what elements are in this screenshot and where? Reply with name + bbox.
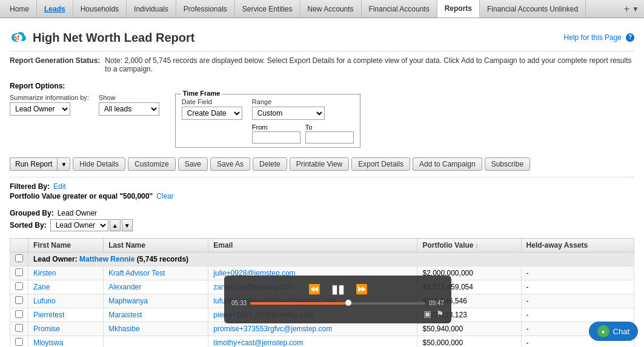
date-field-label: Date Field [182,98,242,105]
toolbar: Run Report ▼ Hide Details Customize Save… [10,151,634,177]
from-input[interactable] [252,131,300,144]
filtered-by-label: Filtered By: [10,182,50,191]
date-field-select[interactable]: Create Date [182,107,242,120]
nav-financial-unlinked[interactable]: Financial Accounts Unlinked [480,0,586,18]
first-name-link[interactable]: Pierretest [33,311,64,319]
email-link[interactable]: timothy+cast@jemstep.com [213,339,303,347]
last-name-link[interactable]: Kraft Advisor Test [108,269,165,277]
report-options-label: Report Options: [10,82,634,90]
portfolio-sort-icon: ↕ [476,243,479,249]
report-status: Report Generation Status: Note: 2,000 of… [10,51,634,78]
run-report-split: Run Report ▼ [10,157,70,171]
show-label: Show [99,94,159,101]
help-link[interactable]: Help for this Page [564,33,622,42]
nav-individuals[interactable]: Individuals [127,0,176,18]
sort-asc-button[interactable]: ▲ [110,219,121,231]
filter-value: Portfolio Value greater or equal "500,00… [10,192,153,200]
nav-professionals[interactable]: Professionals [176,0,235,18]
svg-text:sf: sf [14,35,20,41]
progress-track[interactable] [250,302,425,305]
last-name-link[interactable]: Maraistest [108,311,142,319]
table-row: Promise Mkhasibe promise+373553rgfvc@jem… [10,322,634,336]
held-away-cell: - [521,294,634,308]
report-options: Report Options: Summarize information by… [10,78,634,151]
row-checkbox[interactable] [15,310,23,318]
range-select[interactable]: Custom [252,107,325,120]
nav-service-entities[interactable]: Service Entities [235,0,300,18]
from-label: From [252,124,300,131]
delete-button[interactable]: Delete [253,157,287,171]
summarize-select[interactable]: Lead Owner [10,102,70,116]
video-player: ⏪ ▮▮ ⏩ 05:33 09:47 ▣ ⚑ [224,276,451,323]
last-name-link[interactable]: Alexander [108,283,141,291]
save-as-button[interactable]: Save As [210,157,250,171]
row-checkbox[interactable] [15,324,23,332]
timeframe-legend: Time Frame [181,90,223,97]
first-name-link[interactable]: Lufuno [33,297,56,305]
add-tab-icon[interactable]: + [624,4,629,15]
col-email: Email [208,239,417,253]
first-name-link[interactable]: Zane [33,283,50,291]
nav-reports[interactable]: Reports [437,0,480,18]
save-button[interactable]: Save [178,157,208,171]
video-total-time: 09:47 [429,300,444,306]
subscribe-button[interactable]: Subscribe [485,157,530,171]
nav-leads[interactable]: Leads [37,0,73,18]
to-label: To [305,124,354,131]
sort-desc-button[interactable]: ▼ [122,219,133,231]
run-report-arrow[interactable]: ▼ [57,157,70,171]
held-away-cell: - [521,308,634,322]
to-input[interactable] [305,131,354,144]
add-to-campaign-button[interactable]: Add to Campaign [413,157,482,171]
printable-view-button[interactable]: Printable View [290,157,350,171]
filter-clear-link[interactable]: Clear [156,192,174,200]
sort-field-select[interactable]: Lead Owner [50,219,108,231]
group-owner-link[interactable]: Matthew Rennie [79,255,134,263]
nav-new-accounts[interactable]: New Accounts [300,0,362,18]
portfolio-value-cell: $50,940,000 [417,322,521,336]
first-name-link[interactable]: Kirsten [33,269,56,277]
held-away-cell: - [521,280,634,294]
last-name-link[interactable]: Maphwanya [108,297,148,305]
show-select[interactable]: All leads [99,102,159,116]
first-name-link[interactable]: Promise [33,325,60,333]
more-tabs-icon[interactable]: ▼ [632,5,639,13]
nav-households[interactable]: Households [73,0,127,18]
video-screen-icon[interactable]: ▣ [423,309,431,319]
email-link[interactable]: promise+373553rgfvc@jemstep.com [213,325,332,333]
sorted-by-label: Sorted By: [10,221,47,230]
video-settings-icon[interactable]: ⚑ [436,309,444,319]
video-rewind-button[interactable]: ⏪ [307,282,322,296]
col-first-name: First Name [28,239,104,253]
video-pause-button[interactable]: ▮▮ [330,280,346,297]
hide-details-button[interactable]: Hide Details [73,157,125,171]
row-checkbox[interactable] [15,282,23,290]
grouped-by-label: Grouped By: [10,209,54,217]
date-field-group: Date Field Create Date [182,98,242,120]
chat-button[interactable]: ● Chat [589,322,638,341]
grouped-by-value: Lead Owner [58,209,97,217]
last-name-link[interactable]: Mkhasibe [108,325,139,333]
range-label: Range [252,98,354,105]
export-details-button[interactable]: Export Details [351,157,410,171]
first-name-link[interactable]: Mloyiswa [33,339,63,347]
customize-button[interactable]: Customize [128,157,176,171]
row-checkbox[interactable] [15,268,23,276]
row-checkbox[interactable] [15,296,23,304]
run-report-button[interactable]: Run Report [10,157,57,171]
filter-edit-link[interactable]: Edit [53,182,66,191]
show-group: Show All leads [99,94,159,116]
help-icon[interactable]: ? [626,33,634,42]
video-progress: 05:33 09:47 [231,300,444,306]
table-row: Mloyiswa timothy+cast@jemstep.com $50,00… [10,336,634,348]
video-forward-button[interactable]: ⏩ [354,282,369,296]
group-count: (5,745 records) [137,255,188,263]
col-portfolio-value[interactable]: Portfolio Value ↕ [417,239,521,253]
timeframe-box: Time Frame Date Field Create Date Range [175,94,360,148]
nav-home[interactable]: Home [2,0,37,18]
summarize-label: Summarize information by: [10,94,89,101]
row-checkbox[interactable] [15,338,23,346]
nav-financial-accounts[interactable]: Financial Accounts [362,0,437,18]
group-checkbox[interactable] [15,254,23,262]
chat-avatar: ● [597,325,609,337]
